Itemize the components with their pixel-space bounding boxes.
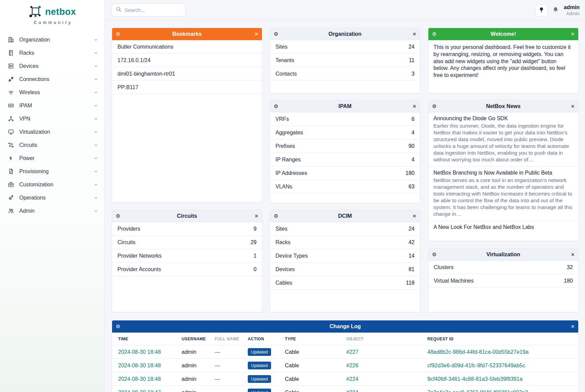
search-box[interactable]: [111, 3, 186, 17]
stat-label: VRFs: [275, 116, 289, 122]
changelog-request-link[interactable]: 7a3c4e3c-aac9-4763-9046-f80391c907a3: [427, 390, 572, 392]
sidebar-item-label: Devices: [19, 63, 94, 69]
sidebar-item-wireless[interactable]: Wireless: [0, 86, 104, 99]
status-badge: Updated: [248, 375, 271, 383]
changelog-type: Cable: [285, 349, 346, 355]
stat-row: Contacts 3: [270, 67, 420, 81]
table-row: 2024-08-30 18:48 admin — Updated Cable #…: [112, 345, 578, 359]
search-input[interactable]: [125, 7, 175, 13]
close-icon[interactable]: ×: [255, 210, 258, 222]
close-icon[interactable]: ×: [571, 320, 575, 333]
gear-icon[interactable]: ⚙: [116, 320, 120, 333]
changelog-object-link[interactable]: #224: [346, 376, 427, 382]
close-icon[interactable]: ×: [571, 249, 575, 261]
gear-icon[interactable]: ⚙: [116, 210, 120, 222]
col-time: TIME: [118, 337, 182, 341]
close-icon[interactable]: ×: [413, 28, 416, 40]
gear-icon[interactable]: ⚙: [274, 100, 278, 112]
sidebar-item-devices[interactable]: Devices: [0, 59, 104, 73]
chevron-down-icon: [94, 195, 98, 200]
stat-label: Devices: [275, 266, 295, 272]
bookmark-link[interactable]: dmi01-binghamton-rtr01: [112, 67, 262, 81]
gear-icon[interactable]: ⚙: [432, 28, 436, 40]
sidebar-item-customization[interactable]: Customization: [0, 178, 104, 191]
news-link[interactable]: A New Look For NetBox and NetBox Labs: [433, 224, 573, 230]
changelog-request-link[interactable]: 9cf40fdf-3461-4c88-81a3-5feb39f8391a: [427, 376, 572, 382]
sidebar-item-admin[interactable]: Admin: [0, 204, 104, 217]
theme-toggle-button[interactable]: [535, 4, 548, 17]
changelog-request-link[interactable]: cf92d3e6-d09d-41fc-9fd7-52337649ab5c: [427, 363, 572, 369]
widget-title: NetBox News: [486, 103, 521, 109]
changelog-username: admin: [182, 390, 215, 392]
stat-row: VRFs 6: [270, 112, 420, 126]
col-full-name: FULL NAME: [215, 337, 248, 341]
stat-row: Prefixes 90: [270, 139, 420, 153]
notifications-button[interactable]: [552, 6, 559, 15]
close-icon[interactable]: ×: [413, 100, 416, 112]
brand: netbox Community: [0, 0, 104, 25]
stat-value: 81: [408, 266, 415, 272]
sidebar-item-organization[interactable]: Organization: [0, 33, 104, 46]
bookmark-link[interactable]: PP:B117: [112, 81, 262, 94]
sidebar-item-ipam[interactable]: IPAM: [0, 99, 104, 112]
user-role: Admin: [564, 11, 580, 16]
stat-list: Sites 24 Racks 42 Device Types 14 D: [270, 222, 420, 290]
netbox-logo-icon: [28, 4, 43, 20]
stat-value: 4: [411, 157, 415, 163]
bookmark-link[interactable]: Butler Communications: [112, 40, 262, 54]
changelog-object-link[interactable]: #227: [346, 349, 427, 355]
sidebar-item-label: Power: [19, 155, 94, 161]
widget-bookmarks: ⚙ Bookmarks × Butler Communications 172.…: [112, 28, 262, 203]
stat-row: Sites 24: [270, 222, 420, 236]
sidebar-item-provisioning[interactable]: Provisioning: [0, 165, 104, 178]
changelog-time-link[interactable]: 2024-08-30 18:48: [118, 376, 182, 382]
bell-icon: [552, 6, 559, 15]
changelog-object-link[interactable]: #224: [346, 390, 427, 392]
sidebar-item-vpn[interactable]: VPN: [0, 112, 104, 125]
chevron-down-icon: [94, 169, 98, 174]
close-icon[interactable]: ×: [255, 28, 258, 40]
chevron-down-icon: [94, 116, 98, 121]
sidebar-item-operations[interactable]: Operations: [0, 191, 104, 204]
changelog-time-link[interactable]: 2024-08-30 18:48: [118, 363, 182, 369]
col-request-id: REQUEST ID: [427, 337, 572, 341]
chevron-down-icon: [94, 103, 98, 108]
widget-title: Circuits: [177, 213, 197, 219]
sidebar-item-power[interactable]: Power: [0, 152, 104, 165]
gear-icon[interactable]: ⚙: [432, 100, 436, 112]
col-action: ACTION: [248, 337, 285, 341]
sidebar-item-circuits[interactable]: Circuits: [0, 138, 104, 152]
widget-change-log: ⚙ Change Log × TIME USERNAME FULL NAME A…: [112, 320, 579, 392]
news-list: Announcing the Diode Go SDK Earlier this…: [428, 112, 578, 234]
close-icon[interactable]: ×: [571, 28, 575, 40]
changelog-time-link[interactable]: 2024-08-30 18:48: [118, 349, 182, 355]
sidebar-item-connections[interactable]: Connections: [0, 73, 104, 86]
changelog-rows: 2024-08-30 18:48 admin — Updated Cable #…: [112, 345, 578, 392]
changelog-column-headers: TIME USERNAME FULL NAME ACTION TYPE OBJE…: [112, 333, 578, 345]
sidebar-nav: Organization Racks Devices: [0, 33, 104, 217]
gear-icon[interactable]: ⚙: [274, 210, 278, 222]
news-link[interactable]: Announcing the Diode Go SDK: [433, 115, 573, 122]
gear-icon[interactable]: ⚙: [432, 249, 436, 261]
stat-label: Tenants: [275, 57, 294, 63]
stat-row: Racks 42: [270, 236, 420, 249]
sidebar-item-virtualization[interactable]: Virtualization: [0, 125, 104, 138]
bookmark-link[interactable]: 172.16.0.1/24: [112, 54, 262, 67]
changelog-request-link[interactable]: 48ad8b2c-986d-44fd-81ca-00d55b27e19a: [427, 349, 572, 355]
circuits-icon: [7, 142, 14, 149]
widget-organization: ⚙ Organization × Sites 24 Tenants 11: [270, 28, 420, 94]
gear-icon[interactable]: ⚙: [116, 28, 120, 40]
gear-icon[interactable]: ⚙: [274, 28, 278, 40]
dashboard: ⚙ Bookmarks × Butler Communications 172.…: [105, 21, 585, 392]
close-icon[interactable]: ×: [413, 210, 416, 222]
sidebar-item-racks[interactable]: Racks: [0, 46, 104, 59]
news-link[interactable]: NetBox Branching is Now Available in Pub…: [433, 170, 573, 176]
changelog-object-link[interactable]: #226: [346, 363, 427, 369]
user-menu[interactable]: admin Admin: [564, 4, 580, 16]
topbar: admin Admin: [105, 0, 585, 21]
changelog-time-link[interactable]: 2024-08-30 18:47: [118, 390, 182, 392]
close-icon[interactable]: ×: [571, 100, 575, 112]
widget-changelog-header: ⚙ Change Log ×: [112, 320, 578, 333]
stat-value: 1: [254, 253, 257, 259]
chevron-down-icon: [94, 209, 98, 213]
